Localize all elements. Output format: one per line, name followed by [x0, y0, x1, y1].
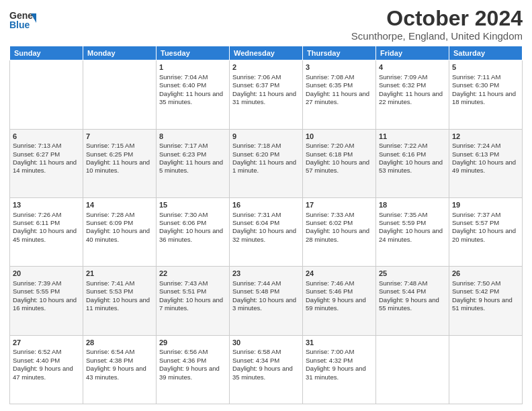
svg-text:Blue: Blue — [9, 19, 30, 30]
calendar-cell: 30Sunrise: 6:58 AM Sunset: 4:34 PM Dayli… — [230, 335, 303, 404]
day-number: 12 — [452, 132, 519, 142]
month-year-title: October 2024 — [351, 7, 523, 30]
day-info: Sunrise: 7:50 AM Sunset: 5:42 PM Dayligh… — [452, 279, 519, 312]
col-saturday: Saturday — [449, 46, 523, 60]
calendar-header-row: Sunday Monday Tuesday Wednesday Thursday… — [10, 46, 523, 60]
calendar-cell: 4Sunrise: 7:09 AM Sunset: 6:32 PM Daylig… — [376, 60, 449, 129]
calendar-cell: 3Sunrise: 7:08 AM Sunset: 6:35 PM Daylig… — [303, 60, 376, 129]
logo: General Blue — [9, 7, 36, 34]
day-info: Sunrise: 7:20 AM Sunset: 6:18 PM Dayligh… — [306, 142, 373, 175]
day-info: Sunrise: 7:00 AM Sunset: 4:32 PM Dayligh… — [306, 348, 373, 381]
header: General Blue October 2024 Scunthorpe, En… — [9, 7, 523, 42]
day-number: 23 — [232, 269, 300, 279]
day-info: Sunrise: 7:22 AM Sunset: 6:16 PM Dayligh… — [379, 142, 446, 175]
day-number: 25 — [379, 269, 446, 279]
location-subtitle: Scunthorpe, England, United Kingdom — [351, 30, 523, 42]
day-info: Sunrise: 7:13 AM Sunset: 6:27 PM Dayligh… — [13, 142, 80, 175]
day-number: 28 — [86, 338, 153, 348]
calendar-table: Sunday Monday Tuesday Wednesday Thursday… — [9, 46, 523, 404]
day-number: 31 — [306, 338, 373, 348]
calendar-cell — [10, 60, 83, 129]
day-info: Sunrise: 7:37 AM Sunset: 5:57 PM Dayligh… — [452, 211, 519, 244]
calendar-week-row: 27Sunrise: 6:52 AM Sunset: 4:40 PM Dayli… — [10, 335, 523, 404]
day-info: Sunrise: 7:30 AM Sunset: 6:06 PM Dayligh… — [159, 211, 226, 244]
day-number: 7 — [86, 132, 153, 142]
day-info: Sunrise: 7:33 AM Sunset: 6:02 PM Dayligh… — [306, 211, 373, 244]
calendar-cell: 21Sunrise: 7:41 AM Sunset: 5:53 PM Dayli… — [83, 267, 157, 335]
calendar-cell — [449, 335, 523, 404]
day-number: 21 — [86, 269, 153, 279]
calendar-cell: 10Sunrise: 7:20 AM Sunset: 6:18 PM Dayli… — [303, 129, 376, 197]
day-info: Sunrise: 7:48 AM Sunset: 5:44 PM Dayligh… — [379, 279, 446, 312]
day-info: Sunrise: 6:52 AM Sunset: 4:40 PM Dayligh… — [13, 348, 80, 381]
calendar-cell: 9Sunrise: 7:18 AM Sunset: 6:20 PM Daylig… — [230, 129, 303, 197]
day-info: Sunrise: 7:24 AM Sunset: 6:13 PM Dayligh… — [452, 142, 519, 175]
day-number: 18 — [379, 200, 446, 210]
day-number: 6 — [13, 132, 80, 142]
title-block: October 2024 Scunthorpe, England, United… — [351, 7, 523, 42]
calendar-cell — [83, 60, 157, 129]
calendar-cell: 23Sunrise: 7:44 AM Sunset: 5:48 PM Dayli… — [230, 267, 303, 335]
calendar-cell: 5Sunrise: 7:11 AM Sunset: 6:30 PM Daylig… — [449, 60, 523, 129]
day-info: Sunrise: 6:56 AM Sunset: 4:36 PM Dayligh… — [159, 348, 226, 381]
calendar-cell: 31Sunrise: 7:00 AM Sunset: 4:32 PM Dayli… — [303, 335, 376, 404]
calendar-cell: 26Sunrise: 7:50 AM Sunset: 5:42 PM Dayli… — [449, 267, 523, 335]
col-monday: Monday — [83, 46, 157, 60]
calendar-cell: 24Sunrise: 7:46 AM Sunset: 5:46 PM Dayli… — [303, 267, 376, 335]
calendar-cell: 7Sunrise: 7:15 AM Sunset: 6:25 PM Daylig… — [83, 129, 157, 197]
day-info: Sunrise: 7:41 AM Sunset: 5:53 PM Dayligh… — [86, 279, 153, 312]
calendar-cell: 17Sunrise: 7:33 AM Sunset: 6:02 PM Dayli… — [303, 197, 376, 266]
day-number: 10 — [306, 132, 373, 142]
calendar-cell: 28Sunrise: 6:54 AM Sunset: 4:38 PM Dayli… — [83, 335, 157, 404]
day-number: 11 — [379, 132, 446, 142]
calendar-week-row: 13Sunrise: 7:26 AM Sunset: 6:11 PM Dayli… — [10, 197, 523, 266]
day-number: 22 — [159, 269, 226, 279]
day-number: 5 — [452, 62, 519, 73]
calendar-cell: 25Sunrise: 7:48 AM Sunset: 5:44 PM Dayli… — [376, 267, 449, 335]
calendar-cell: 29Sunrise: 6:56 AM Sunset: 4:36 PM Dayli… — [157, 335, 230, 404]
col-sunday: Sunday — [10, 46, 83, 60]
day-number: 15 — [159, 200, 226, 210]
day-info: Sunrise: 6:54 AM Sunset: 4:38 PM Dayligh… — [86, 348, 153, 381]
calendar-cell: 16Sunrise: 7:31 AM Sunset: 6:04 PM Dayli… — [230, 197, 303, 266]
day-info: Sunrise: 7:18 AM Sunset: 6:20 PM Dayligh… — [232, 142, 300, 175]
day-number: 30 — [232, 338, 300, 348]
calendar-cell: 14Sunrise: 7:28 AM Sunset: 6:09 PM Dayli… — [83, 197, 157, 266]
day-number: 3 — [306, 62, 373, 73]
day-number: 20 — [13, 269, 80, 279]
calendar-cell: 20Sunrise: 7:39 AM Sunset: 5:55 PM Dayli… — [10, 267, 83, 335]
day-info: Sunrise: 7:31 AM Sunset: 6:04 PM Dayligh… — [232, 211, 300, 244]
day-info: Sunrise: 7:17 AM Sunset: 6:23 PM Dayligh… — [159, 142, 226, 175]
day-info: Sunrise: 7:39 AM Sunset: 5:55 PM Dayligh… — [13, 279, 80, 312]
calendar-cell: 12Sunrise: 7:24 AM Sunset: 6:13 PM Dayli… — [449, 129, 523, 197]
day-info: Sunrise: 7:04 AM Sunset: 6:40 PM Dayligh… — [159, 73, 226, 106]
page: General Blue October 2024 Scunthorpe, En… — [0, 0, 532, 411]
day-number: 9 — [232, 132, 300, 142]
calendar-week-row: 1Sunrise: 7:04 AM Sunset: 6:40 PM Daylig… — [10, 60, 523, 129]
calendar-cell: 6Sunrise: 7:13 AM Sunset: 6:27 PM Daylig… — [10, 129, 83, 197]
day-number: 19 — [452, 200, 519, 210]
day-number: 17 — [306, 200, 373, 210]
day-info: Sunrise: 7:11 AM Sunset: 6:30 PM Dayligh… — [452, 73, 519, 106]
day-info: Sunrise: 7:43 AM Sunset: 5:51 PM Dayligh… — [159, 279, 226, 312]
calendar-cell: 19Sunrise: 7:37 AM Sunset: 5:57 PM Dayli… — [449, 197, 523, 266]
calendar-week-row: 6Sunrise: 7:13 AM Sunset: 6:27 PM Daylig… — [10, 129, 523, 197]
col-tuesday: Tuesday — [157, 46, 230, 60]
day-number: 4 — [379, 62, 446, 73]
day-number: 14 — [86, 200, 153, 210]
day-number: 1 — [159, 62, 226, 73]
calendar-cell: 11Sunrise: 7:22 AM Sunset: 6:16 PM Dayli… — [376, 129, 449, 197]
calendar-cell: 1Sunrise: 7:04 AM Sunset: 6:40 PM Daylig… — [157, 60, 230, 129]
calendar-week-row: 20Sunrise: 7:39 AM Sunset: 5:55 PM Dayli… — [10, 267, 523, 335]
day-number: 29 — [159, 338, 226, 348]
day-number: 16 — [232, 200, 300, 210]
day-number: 24 — [306, 269, 373, 279]
day-info: Sunrise: 7:35 AM Sunset: 5:59 PM Dayligh… — [379, 211, 446, 244]
day-info: Sunrise: 7:28 AM Sunset: 6:09 PM Dayligh… — [86, 211, 153, 244]
day-number: 2 — [232, 62, 300, 73]
day-info: Sunrise: 7:44 AM Sunset: 5:48 PM Dayligh… — [232, 279, 300, 312]
col-thursday: Thursday — [303, 46, 376, 60]
calendar-cell: 22Sunrise: 7:43 AM Sunset: 5:51 PM Dayli… — [157, 267, 230, 335]
day-info: Sunrise: 6:58 AM Sunset: 4:34 PM Dayligh… — [232, 348, 300, 381]
calendar-cell — [376, 335, 449, 404]
